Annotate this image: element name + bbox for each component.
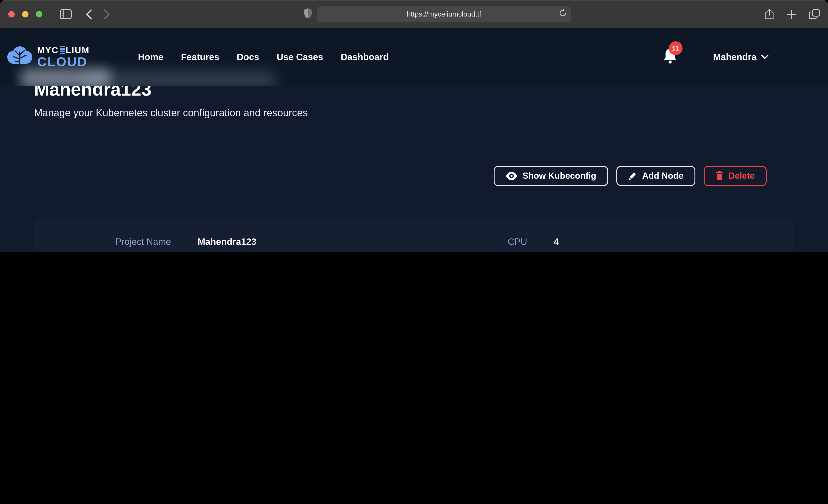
window-controls: [8, 11, 42, 17]
zoom-window-button[interactable]: [36, 11, 42, 17]
add-node-button[interactable]: Add Node: [617, 166, 695, 186]
pencil-icon: [628, 171, 637, 180]
cluster-info-grid: Project Name Mahendra123 CPU 4 Created 1…: [34, 230, 794, 252]
notifications-button[interactable]: 11: [663, 48, 678, 66]
delete-cluster-button[interactable]: Delete: [704, 166, 767, 186]
user-menu-button[interactable]: Mahendra: [713, 52, 769, 62]
privacy-shield-icon[interactable]: [304, 8, 312, 20]
browser-window: https://myceliumcloud.tf: [0, 0, 828, 252]
nav-item-use-cases[interactable]: Use Cases: [277, 52, 323, 62]
cluster-details-card: Project Name Mahendra123 CPU 4 Created 1…: [34, 219, 794, 252]
browser-toolbar: https://myceliumcloud.tf: [0, 0, 828, 28]
eye-icon: [506, 171, 518, 180]
forward-button[interactable]: [104, 9, 110, 19]
nav-item-features[interactable]: Features: [181, 52, 219, 62]
brand-logo[interactable]: MYC LIUM CLOUD: [7, 45, 90, 69]
new-tab-icon[interactable]: [787, 9, 796, 18]
address-bar[interactable]: https://myceliumcloud.tf: [317, 6, 571, 22]
app-navbar: MYC LIUM CLOUD Home Features Docs Use Ca…: [0, 28, 828, 86]
stylized-e-icon: [59, 46, 65, 54]
redaction-blur: [83, 72, 276, 86]
cluster-actions: Show Kubeconfig Add Node Delete: [34, 166, 794, 186]
cpu-label: CPU: [364, 230, 527, 252]
trash-icon: [716, 171, 723, 180]
minimize-window-button[interactable]: [22, 11, 29, 17]
nav-item-dashboard[interactable]: Dashboard: [341, 52, 388, 62]
nav-item-home[interactable]: Home: [138, 52, 163, 62]
chevron-down-icon: [761, 55, 769, 59]
url-text: https://myceliumcloud.tf: [407, 10, 481, 18]
brand-name-top: MYC LIUM: [37, 46, 90, 54]
sidebar-toggle-icon[interactable]: [60, 9, 72, 19]
cpu-value: 4: [527, 230, 794, 252]
reload-icon[interactable]: [559, 9, 567, 19]
back-button[interactable]: [85, 9, 92, 19]
nav-item-docs[interactable]: Docs: [237, 52, 259, 62]
share-icon[interactable]: [765, 8, 774, 19]
main-nav: Home Features Docs Use Cases Dashboard: [138, 52, 388, 62]
cloud-logo-icon: [7, 45, 33, 69]
notification-count-badge: 11: [668, 41, 682, 55]
tab-overview-icon[interactable]: [809, 9, 820, 19]
page-subtitle: Manage your Kubernetes cluster configura…: [34, 107, 794, 119]
brand-name-bottom: CLOUD: [37, 55, 90, 68]
project-name-label: Project Name: [34, 230, 171, 252]
user-name: Mahendra: [713, 52, 756, 62]
show-kubeconfig-button[interactable]: Show Kubeconfig: [494, 166, 608, 186]
close-window-button[interactable]: [8, 11, 15, 17]
project-name-value: Mahendra123: [171, 230, 364, 252]
cluster-page: Mahendra123 Manage your Kubernetes clust…: [0, 79, 828, 252]
